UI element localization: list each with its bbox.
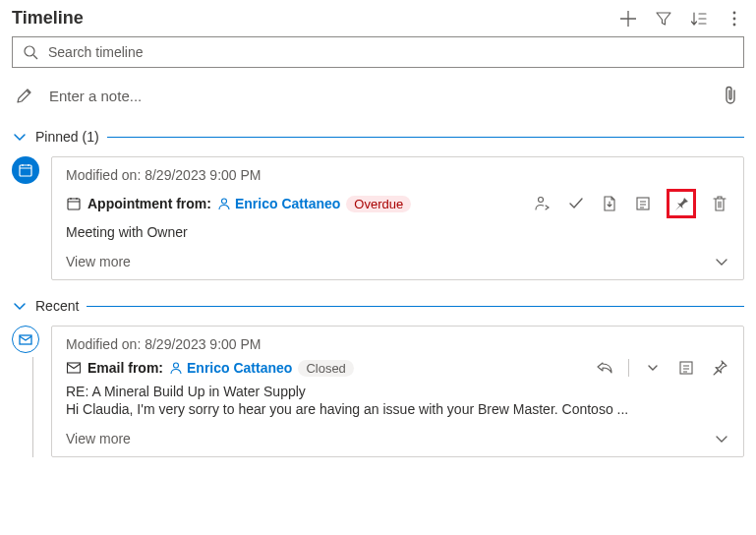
svg-point-6: [221, 199, 226, 204]
open-record-icon[interactable]: [600, 194, 619, 213]
section-pinned-label: Pinned (1): [35, 129, 99, 145]
action-divider: [628, 359, 629, 377]
thread-line: [32, 357, 33, 457]
filter-icon[interactable]: [654, 9, 673, 29]
chevron-down-icon[interactable]: [12, 129, 28, 145]
svg-rect-5: [68, 199, 80, 209]
svg-point-0: [733, 11, 736, 14]
timeline-header: Timeline: [12, 8, 744, 36]
recent-row: Modified on: 8/29/2023 9:00 PM Email fro…: [12, 326, 744, 457]
chevron-down-icon[interactable]: [714, 431, 729, 446]
chevron-down-icon[interactable]: [714, 254, 729, 269]
svg-point-11: [174, 363, 179, 368]
viewmore-row: View more: [66, 431, 729, 446]
check-icon[interactable]: [566, 194, 586, 213]
notes-icon[interactable]: [676, 358, 696, 378]
header-actions: [618, 9, 744, 29]
svg-point-7: [539, 198, 544, 203]
pinned-card: Modified on: 8/29/2023 9:00 PM Appointme…: [51, 156, 744, 280]
section-recent-label: Recent: [35, 298, 79, 314]
from-name: Enrico Cattaneo: [235, 196, 340, 211]
note-input[interactable]: [47, 87, 709, 105]
more-icon[interactable]: [725, 9, 744, 29]
email-badge-icon: [12, 326, 39, 353]
calendar-icon: [66, 196, 82, 211]
card-type-label: Email from:: [87, 360, 163, 376]
pencil-icon: [16, 87, 33, 104]
from-name: Enrico Cattaneo: [187, 360, 292, 376]
status-overdue: Overdue: [346, 196, 411, 212]
pin-button-highlight: [667, 189, 696, 218]
chevron-down-icon[interactable]: [12, 298, 28, 314]
card-type-label: Appointment from:: [87, 196, 211, 211]
assign-icon[interactable]: [533, 194, 552, 213]
attach-icon[interactable]: [723, 86, 738, 105]
svg-point-2: [733, 23, 736, 26]
viewmore-label[interactable]: View more: [66, 254, 131, 269]
email-preview: Hi Claudia, I'm very sorry to hear you a…: [66, 401, 729, 417]
pin-icon[interactable]: [671, 194, 691, 213]
from-link[interactable]: Enrico Cattaneo: [217, 196, 340, 211]
search-icon: [23, 44, 38, 60]
section-recent-header: Recent: [12, 298, 744, 314]
notes-icon[interactable]: [633, 194, 653, 213]
viewmore-label[interactable]: View more: [66, 431, 131, 446]
card-title-left: Email from: Enrico Cattaneo Closed: [66, 360, 354, 377]
email-subject: RE: A Mineral Build Up in Water Supply: [66, 384, 729, 399]
section-divider: [107, 137, 744, 138]
card-title-line: Email from: Enrico Cattaneo Closed: [66, 358, 729, 378]
card-actions: [533, 189, 729, 218]
modified-line: Modified on: 8/29/2023 9:00 PM: [66, 336, 729, 352]
recent-thread-col: [12, 326, 39, 457]
svg-point-1: [733, 17, 736, 20]
appointment-badge-icon: [12, 156, 39, 184]
svg-point-3: [25, 46, 34, 56]
card-title-line: Appointment from: Enrico Cattaneo Overdu…: [66, 189, 729, 218]
recent-card: Modified on: 8/29/2023 9:00 PM Email fro…: [51, 326, 744, 457]
add-icon[interactable]: [618, 9, 638, 29]
card-actions: [595, 358, 729, 378]
pinned-row: Modified on: 8/29/2023 9:00 PM Appointme…: [12, 156, 744, 280]
reply-menu-chevron-icon[interactable]: [643, 358, 663, 378]
card-body: Meeting with Owner: [66, 224, 729, 240]
status-closed: Closed: [298, 360, 353, 377]
search-box[interactable]: [12, 36, 744, 68]
modified-line: Modified on: 8/29/2023 9:00 PM: [66, 167, 729, 183]
section-divider: [87, 306, 744, 307]
svg-rect-4: [20, 165, 31, 176]
envelope-icon: [66, 361, 82, 375]
pin-icon[interactable]: [710, 358, 729, 378]
modified-label: Modified on:: [66, 167, 141, 183]
modified-value: 8/29/2023 9:00 PM: [145, 167, 261, 183]
search-input[interactable]: [46, 43, 733, 61]
modified-value: 8/29/2023 9:00 PM: [145, 336, 261, 352]
delete-icon[interactable]: [710, 194, 729, 213]
viewmore-row: View more: [66, 254, 729, 269]
reply-icon[interactable]: [595, 358, 614, 378]
modified-label: Modified on:: [66, 336, 141, 352]
sort-icon[interactable]: [689, 9, 709, 29]
note-row: [12, 68, 744, 123]
section-pinned-header: Pinned (1): [12, 129, 744, 145]
from-link[interactable]: Enrico Cattaneo: [169, 360, 292, 376]
page-title: Timeline: [12, 8, 84, 29]
card-title-left: Appointment from: Enrico Cattaneo Overdu…: [66, 196, 411, 212]
